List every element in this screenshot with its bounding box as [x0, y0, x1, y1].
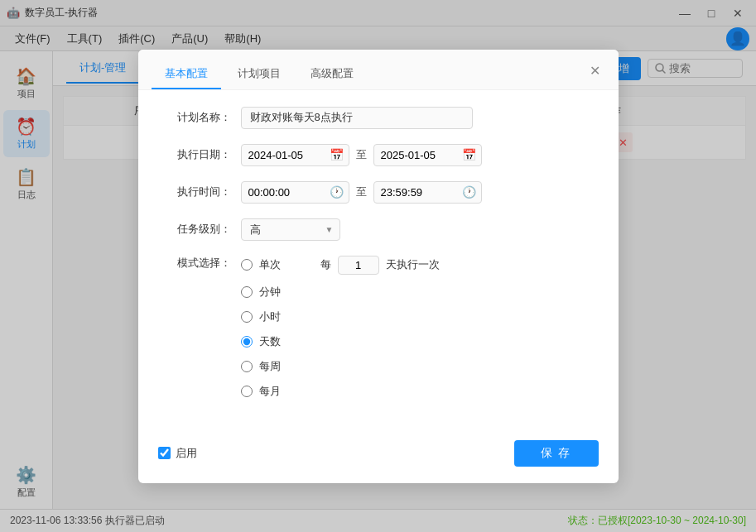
exec-date-end-wrapper: 📅 [373, 144, 482, 166]
task-level-select-wrapper: 高 中 低 ▼ [241, 218, 340, 241]
radio-week[interactable] [241, 361, 253, 372]
date-end-calendar-icon[interactable]: 📅 [457, 145, 481, 165]
radio-row-minute: 分钟 [241, 285, 440, 300]
exec-date-label: 执行日期： [165, 147, 231, 162]
radio-group-modes: 单次 每 天执行一次 分钟 小时 [241, 256, 440, 399]
radio-single[interactable] [241, 259, 253, 271]
radio-label-month: 每月 [259, 384, 281, 399]
modal-body: 计划名称： 执行日期： 📅 至 📅 执行时间： [138, 90, 619, 430]
enable-label: 启用 [176, 446, 197, 461]
exec-date-end-input[interactable] [374, 145, 457, 165]
form-row-exec-time: 执行时间： 🕐 至 🕐 [165, 181, 592, 204]
radio-label-week: 每周 [259, 359, 281, 374]
day-mode-prefix: 每 [320, 257, 331, 272]
exec-time-end-wrapper: 🕐 [373, 181, 482, 204]
time-start-icon[interactable]: 🕐 [325, 182, 349, 202]
radio-label-day: 天数 [259, 334, 281, 349]
to-label-time: 至 [356, 185, 367, 199]
exec-date-start-input[interactable] [242, 145, 325, 165]
radio-row-week: 每周 [241, 359, 440, 374]
save-button[interactable]: 保 存 [514, 440, 599, 467]
mode-label: 模式选择： [165, 256, 231, 271]
exec-date-start-wrapper: 📅 [241, 144, 349, 166]
radio-label-hour: 小时 [259, 309, 281, 324]
plan-name-input[interactable] [241, 107, 473, 129]
date-start-calendar-icon[interactable]: 📅 [325, 145, 349, 165]
radio-row-day: 天数 [241, 334, 440, 349]
enable-checkbox-row: 启用 [158, 446, 197, 461]
form-row-task-level: 任务级别： 高 中 低 ▼ [165, 218, 592, 241]
exec-time-start-input[interactable] [242, 182, 325, 203]
day-count-input[interactable] [338, 256, 379, 275]
form-row-mode: 模式选择： 单次 每 天执行一次 分钟 [165, 256, 592, 399]
modal-dialog: 基本配置 计划项目 高级配置 ✕ 计划名称： 执行日期： 📅 至 [138, 50, 619, 483]
exec-time-label: 执行时间： [165, 185, 231, 199]
modal-tab-items[interactable]: 计划项目 [224, 60, 294, 89]
to-label-date: 至 [356, 147, 367, 162]
radio-hour[interactable] [241, 311, 253, 323]
radio-label-minute: 分钟 [259, 285, 281, 300]
enable-checkbox[interactable] [158, 447, 171, 459]
radio-label-single: 单次 [259, 257, 281, 272]
form-row-plan-name: 计划名称： [165, 107, 592, 129]
time-end-icon[interactable]: 🕐 [457, 182, 481, 202]
modal-tab-advanced[interactable]: 高级配置 [297, 60, 367, 89]
radio-row-hour: 小时 [241, 309, 440, 324]
modal-close-button[interactable]: ✕ [585, 61, 605, 81]
modal-footer: 启用 保 存 [138, 430, 619, 483]
task-level-label: 任务级别： [165, 222, 231, 237]
radio-row-single: 单次 每 天执行一次 [241, 256, 440, 275]
radio-row-month: 每月 [241, 384, 440, 399]
form-row-exec-date: 执行日期： 📅 至 📅 [165, 144, 592, 166]
radio-day[interactable] [241, 336, 253, 347]
modal-tab-basic[interactable]: 基本配置 [152, 60, 221, 89]
radio-minute[interactable] [241, 286, 253, 298]
exec-time-end-input[interactable] [374, 182, 457, 203]
radio-month[interactable] [241, 386, 253, 397]
day-mode-suffix: 天执行一次 [386, 257, 440, 272]
exec-time-start-wrapper: 🕐 [241, 181, 349, 204]
modal-header: 基本配置 计划项目 高级配置 ✕ [138, 50, 619, 90]
modal-overlay: 基本配置 计划项目 高级配置 ✕ 计划名称： 执行日期： 📅 至 [0, 0, 756, 532]
task-level-select[interactable]: 高 中 低 [241, 218, 340, 241]
plan-name-label: 计划名称： [165, 110, 231, 125]
